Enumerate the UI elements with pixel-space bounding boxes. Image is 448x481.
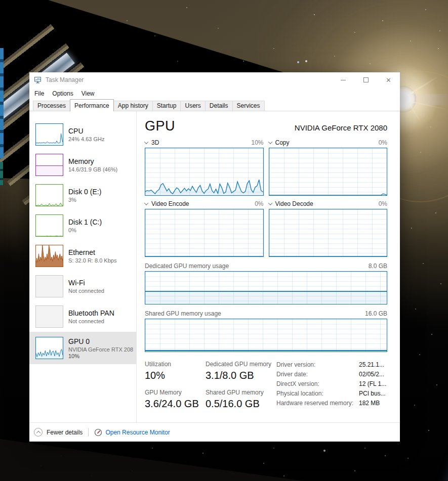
minimize-button[interactable]	[332, 72, 354, 88]
memory-sparkline	[35, 154, 63, 176]
chart-label: Shared GPU memory usage	[145, 310, 221, 317]
chart-label: Dedicated GPU memory usage	[145, 263, 229, 270]
open-resource-monitor-label: Open Resource Monitor	[105, 429, 170, 436]
page-title: GPU	[145, 118, 175, 134]
sidebar-item-title: Memory	[68, 157, 133, 165]
dedicated-memory-plot	[145, 271, 387, 304]
minimize-icon	[341, 80, 346, 80]
sidebar-item-subtitle: NVIDIA GeForce RTX 2080	[68, 346, 133, 353]
menu-file[interactable]: File	[30, 89, 48, 98]
chart-video-decode: Video Decode 0%	[269, 198, 388, 257]
window-controls: ✕	[332, 72, 400, 88]
sidebar-item-cpu[interactable]: CPU 24% 4.63 GHz	[29, 119, 136, 150]
tab-users[interactable]: Users	[180, 101, 205, 111]
sidebar-item-subtitle: Not connected	[68, 288, 133, 294]
tab-strip: Processes Performance App history Startu…	[29, 100, 400, 111]
gpu-sparkline	[35, 337, 63, 359]
disk1-sparkline	[35, 214, 63, 237]
titlebar[interactable]: Task Manager ✕	[29, 72, 400, 88]
tab-performance[interactable]: Performance	[70, 99, 114, 111]
sidebar-item-title: Disk 0 (E:)	[68, 188, 133, 196]
wifi-sparkline	[35, 275, 63, 297]
gpu-stats: Utilization 10% GPU Memory 3.6/24.0 GB D…	[145, 361, 387, 417]
chart-copy-plot	[269, 148, 388, 196]
sidebar-item-subtitle: 0%	[68, 227, 133, 233]
gpu-panel: GPU NVIDIA GeForce RTX 2080 3D 10%	[137, 111, 400, 422]
tab-app-history[interactable]: App history	[113, 101, 153, 111]
detail-row: Hardware reserved memory: 182 MB	[276, 400, 387, 407]
sidebar-item-bluetooth-pan[interactable]: Bluetooth PAN Not connected	[29, 301, 136, 332]
performance-content: CPU 24% 4.63 GHz Memory 14.6/31.9 GB (46…	[29, 111, 400, 422]
menu-options[interactable]: Options	[48, 89, 77, 98]
shared-memory-value: 0.5/16.0 GB	[206, 398, 276, 410]
sidebar-item-memory[interactable]: Memory 14.6/31.9 GB (46%)	[29, 150, 136, 180]
menu-bar: File Options View	[29, 88, 400, 100]
stat-label: Dedicated GPU memory	[206, 361, 276, 368]
shared-memory-plot	[145, 319, 387, 352]
tab-startup[interactable]: Startup	[152, 101, 181, 111]
detail-row: DirectX version: 12 (FL 1...	[276, 380, 387, 387]
sidebar-item-disk1[interactable]: Disk 1 (C:) 0%	[29, 210, 136, 241]
sidebar-item-title: Disk 1 (C:)	[68, 218, 133, 226]
task-manager-window: Task Manager ✕ File Options View Process…	[29, 72, 400, 442]
gpu-memory-value: 3.6/24.0 GB	[145, 398, 206, 410]
detail-row: Physical location: PCI bus...	[276, 390, 387, 397]
chart-copy: Copy 0%	[269, 137, 388, 196]
chart-value: 0%	[379, 139, 387, 146]
chevron-up-circle-icon	[34, 428, 43, 436]
chart-label: Copy	[275, 139, 290, 146]
window-title: Task Manager	[46, 76, 84, 83]
sidebar-item-title: Wi-Fi	[68, 279, 133, 287]
open-resource-monitor-link[interactable]: Open Resource Monitor	[94, 428, 170, 436]
sidebar-item-ethernet[interactable]: Ethernet S: 32.0 R: 8.0 Kbps	[29, 241, 136, 271]
sidebar-item-title: Bluetooth PAN	[68, 309, 133, 317]
stat-label: GPU Memory	[145, 389, 206, 396]
chevron-down-icon[interactable]	[144, 201, 148, 205]
sidebar-item-disk0[interactable]: Disk 0 (E:) 3%	[29, 180, 136, 210]
stars	[0, 0, 1, 1]
chart-capacity: 8.0 GB	[369, 263, 387, 270]
tab-details[interactable]: Details	[205, 101, 233, 111]
fewer-details-label: Fewer details	[47, 429, 83, 436]
footer-bar: Fewer details Open Resource Monitor	[29, 422, 400, 442]
bluetooth-sparkline	[35, 305, 63, 328]
sidebar-item-subtitle: S: 32.0 R: 8.0 Kbps	[68, 257, 133, 264]
footer-divider	[88, 428, 89, 436]
chart-video-decode-plot	[269, 209, 388, 257]
left-edge-teal-strip	[0, 162, 3, 185]
ethernet-sparkline	[35, 245, 63, 267]
close-button[interactable]: ✕	[377, 72, 400, 88]
menu-view[interactable]: View	[77, 89, 99, 98]
sidebar-item-percent: 10%	[68, 353, 133, 359]
gpu-device-name: NVIDIA GeForce RTX 2080	[295, 123, 387, 132]
stat-label: Shared GPU memory	[206, 389, 276, 396]
maximize-button[interactable]	[354, 72, 377, 88]
chart-label: 3D	[151, 139, 159, 146]
tab-processes[interactable]: Processes	[33, 101, 70, 111]
fewer-details-button[interactable]: Fewer details	[34, 428, 83, 436]
stat-label: Utilization	[145, 361, 206, 368]
chart-label: Video Decode	[275, 200, 313, 207]
maximize-icon	[363, 77, 369, 82]
utilization-value: 10%	[145, 370, 206, 381]
sidebar-item-gpu0[interactable]: GPU 0 NVIDIA GeForce RTX 2080 10%	[29, 332, 136, 364]
left-edge-blue-strip	[0, 48, 4, 158]
dedicated-memory-chart: Dedicated GPU memory usage 8.0 GB	[145, 263, 387, 304]
disk0-sparkline	[35, 184, 63, 206]
sidebar-item-subtitle: 24% 4.63 GHz	[68, 136, 133, 142]
sidebar-item-subtitle: Not connected	[68, 318, 133, 324]
tab-services[interactable]: Services	[232, 101, 265, 111]
sidebar-item-title: Ethernet	[68, 248, 133, 256]
chevron-down-icon[interactable]	[144, 140, 148, 144]
chevron-down-icon[interactable]	[268, 140, 272, 144]
cpu-sparkline	[35, 123, 63, 146]
chart-3d-plot	[145, 148, 264, 196]
chart-value: 0%	[379, 200, 387, 207]
chart-3d: 3D 10%	[145, 137, 264, 196]
detail-row: Driver date: 02/05/2...	[276, 371, 387, 378]
chart-video-encode: Video Encode 0%	[145, 198, 264, 257]
chevron-down-icon[interactable]	[268, 201, 272, 205]
chart-label: Video Encode	[151, 200, 189, 207]
sidebar-item-wifi[interactable]: Wi-Fi Not connected	[29, 271, 136, 301]
sidebar-item-subtitle: 3%	[68, 197, 133, 203]
